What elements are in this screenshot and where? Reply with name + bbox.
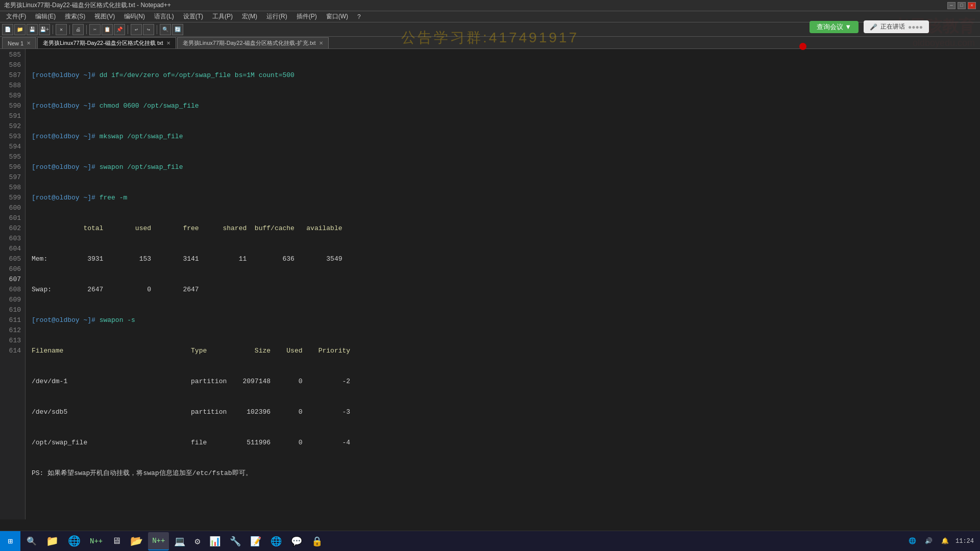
line-592: Swap: 2647 0 2647 xyxy=(32,285,980,295)
ln-591: 591 xyxy=(0,111,21,121)
taskbar-app-8[interactable]: ⚙ xyxy=(190,532,204,550)
line-596: /dev/sdb5 partition 102396 0 -3 xyxy=(32,407,980,417)
npp-icon-1: N++ xyxy=(90,537,103,545)
toolbar-new[interactable]: 📄 xyxy=(2,24,13,35)
editor-area[interactable]: 585 586 587 588 589 590 591 592 593 594 … xyxy=(0,49,980,519)
ln-604: 604 xyxy=(0,244,21,254)
menu-help[interactable]: ? xyxy=(353,12,365,21)
toolbar-cut[interactable]: ✂ xyxy=(89,24,101,35)
toolbar-save[interactable]: 💾 xyxy=(27,24,38,35)
taskbar-search[interactable]: 🔍 xyxy=(22,532,41,550)
menu-settings[interactable]: 设置(T) xyxy=(179,11,207,22)
terminal-icon: 🖥 xyxy=(112,536,121,546)
window-controls: — □ ✕ xyxy=(947,2,976,9)
menu-search[interactable]: 搜索(S) xyxy=(61,11,89,22)
ln-599: 599 xyxy=(0,193,21,203)
tab-extra-close[interactable]: ✕ xyxy=(319,40,323,46)
meeting-button[interactable]: 查询会议 ▼ xyxy=(810,21,859,33)
red-dot-indicator xyxy=(799,43,806,50)
taskbar-app-13[interactable]: 💬 xyxy=(287,532,306,550)
app8-icon: ⚙ xyxy=(194,536,200,547)
ln-614: 614 xyxy=(0,346,21,356)
app7-icon: 💻 xyxy=(174,536,185,547)
taskbar-volume-icon[interactable]: 🔊 xyxy=(923,535,935,547)
tab-new1-close[interactable]: ✕ xyxy=(27,40,31,46)
maximize-button[interactable]: □ xyxy=(958,2,966,9)
ln-592: 592 xyxy=(0,121,21,132)
tab-main-close[interactable]: ✕ xyxy=(166,40,170,46)
tab-extra-file[interactable]: 老男孩Linux77期-Day22-磁盘分区格式化挂载-扩充.txt ✕ xyxy=(177,37,329,48)
toolbar-sep-1 xyxy=(53,25,53,34)
menu-edit[interactable]: 编辑(E) xyxy=(31,11,60,22)
ln-608: 608 xyxy=(0,285,21,295)
title-bar: 老男孩Linux77期-Day22-磁盘分区格式化挂载.txt - Notepa… xyxy=(0,0,980,11)
taskbar-clock: 11:24 xyxy=(955,538,974,545)
line-587: [root@oldboy ~]# mkswap /opt/swap_file xyxy=(32,132,980,142)
taskbar-app-9[interactable]: 📊 xyxy=(205,532,225,550)
toolbar-find[interactable]: 🔍 xyxy=(160,24,171,35)
app13-icon: 💬 xyxy=(291,536,302,547)
taskbar-terminal[interactable]: 🖥 xyxy=(108,532,125,550)
npp-active-icon: N++ xyxy=(152,537,165,545)
menu-run[interactable]: 运行(R) xyxy=(262,11,291,22)
toolbar-copy[interactable]: 📋 xyxy=(102,24,113,35)
ln-602: 602 xyxy=(0,223,21,234)
menu-plugins[interactable]: 插件(P) xyxy=(292,11,321,22)
taskbar-app-12[interactable]: 🌐 xyxy=(266,532,286,550)
ln-590: 590 xyxy=(0,101,21,111)
start-button[interactable]: ⊞ xyxy=(0,531,20,552)
speaking-text: 正在讲话 xyxy=(880,22,905,31)
toolbar-open[interactable]: 📁 xyxy=(14,24,26,35)
ln-601: 601 xyxy=(0,213,21,223)
volume-icon: 🔊 xyxy=(925,537,933,545)
toolbar-paste[interactable]: 📌 xyxy=(114,24,125,35)
menu-encoding[interactable]: 编码(N) xyxy=(120,11,149,22)
ln-610: 610 xyxy=(0,305,21,315)
taskbar-app-11[interactable]: 📝 xyxy=(246,532,265,550)
menu-view[interactable]: 视图(V) xyxy=(90,11,119,22)
ln-603: 603 xyxy=(0,234,21,244)
menu-language[interactable]: 语言(L) xyxy=(150,11,178,22)
close-button[interactable]: ✕ xyxy=(968,2,976,9)
app10-icon: 🔧 xyxy=(230,536,241,547)
line-589: [root@oldboy ~]# free -m xyxy=(32,193,980,203)
toolbar-redo[interactable]: ↪ xyxy=(143,24,154,35)
toolbar-sep-3 xyxy=(86,25,87,34)
taskbar-explorer-2[interactable]: 📂 xyxy=(126,532,147,550)
tab-new1-label: New 1 xyxy=(8,40,23,46)
tab-main-file[interactable]: 老男孩Linux77期-Day22-磁盘分区格式化挂载 txt ✕ xyxy=(37,37,176,48)
toolbar-save-all[interactable]: 💾+ xyxy=(39,24,50,35)
code-area[interactable]: [root@oldboy ~]# dd if=/dev/zero of=/opt… xyxy=(26,49,980,519)
notification-icon: 🔔 xyxy=(941,537,949,545)
toolbar-print[interactable]: 🖨 xyxy=(72,24,84,35)
menu-tools[interactable]: 工具(P) xyxy=(208,11,237,22)
toolbar-replace[interactable]: 🔄 xyxy=(172,24,183,35)
taskbar-chrome[interactable]: 🌐 xyxy=(64,532,85,550)
ln-587: 587 xyxy=(0,70,21,81)
ln-611: 611 xyxy=(0,315,21,325)
menu-file[interactable]: 文件(F) xyxy=(2,11,30,22)
tab-new1[interactable]: New 1 ✕ xyxy=(2,37,36,48)
tab-bar: New 1 ✕ 老男孩Linux77期-Day22-磁盘分区格式化挂载 txt … xyxy=(0,37,980,49)
line-586: [root@oldboy ~]# chmod 0600 /opt/swap_fi… xyxy=(32,101,980,111)
menu-macro[interactable]: 宏(M) xyxy=(238,11,261,22)
minimize-button[interactable]: — xyxy=(947,2,955,9)
taskbar-notepad-pp-1[interactable]: N++ xyxy=(86,532,107,550)
tab-extra-label: 老男孩Linux77期-Day22-磁盘分区格式化挂载-扩充.txt xyxy=(183,39,316,47)
line-597: /opt/swap_file file 511996 0 -4 xyxy=(32,438,980,448)
ln-585: 585 xyxy=(0,50,21,60)
app12-icon: 🌐 xyxy=(271,536,282,547)
folder2-icon: 📂 xyxy=(130,535,143,547)
taskbar-app-10[interactable]: 🔧 xyxy=(226,532,245,550)
taskbar-network-icon[interactable]: 🌐 xyxy=(906,535,919,547)
menu-window[interactable]: 窗口(W) xyxy=(322,11,352,22)
toolbar-undo[interactable]: ↩ xyxy=(131,24,142,35)
taskbar-notification-icon[interactable]: 🔔 xyxy=(939,535,951,547)
taskbar-app-7[interactable]: 💻 xyxy=(170,532,189,550)
taskbar-notepad-active[interactable]: N++ xyxy=(148,532,169,550)
taskbar-app-14[interactable]: 🔒 xyxy=(307,532,327,550)
toolbar-close[interactable]: ✕ xyxy=(56,24,67,35)
taskbar-file-explorer[interactable]: 📁 xyxy=(42,532,63,550)
title-text: 老男孩Linux77期-Day22-磁盘分区格式化挂载.txt - Notepa… xyxy=(4,1,171,10)
app11-icon: 📝 xyxy=(250,536,261,547)
